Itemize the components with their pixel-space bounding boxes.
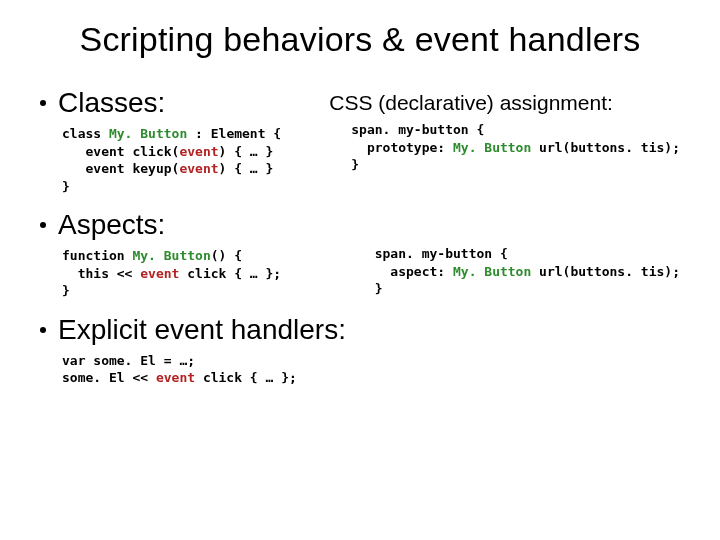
bullet-dot-icon — [40, 222, 46, 228]
col-right-classes: CSS (declarative) assignment: span. my-b… — [329, 87, 680, 174]
col-right-aspects: span. my-button { aspect: My. Button url… — [353, 209, 680, 298]
code-css-classes: span. my-button { prototype: My. Button … — [351, 121, 680, 174]
col-left-classes: Classes: class My. Button : Element { ev… — [40, 87, 309, 195]
bullet-dot-icon — [40, 100, 46, 106]
bullet-dot-icon — [40, 327, 46, 333]
bullet-explicit: Explicit event handlers: — [40, 314, 680, 346]
code-css-aspects: span. my-button { aspect: My. Button url… — [375, 245, 680, 298]
col-left-aspects: Aspects: function My. Button() { this <<… — [40, 209, 333, 300]
row-explicit: Explicit event handlers: var some. El = … — [40, 314, 680, 387]
bullet-text-classes: Classes: — [58, 87, 165, 119]
css-sublabel: CSS (declarative) assignment: — [329, 91, 680, 115]
code-classes: class My. Button : Element { event click… — [62, 125, 309, 195]
code-aspects: function My. Button() { this << event cl… — [62, 247, 333, 300]
row-classes: Classes: class My. Button : Element { ev… — [40, 87, 680, 195]
bullet-text-explicit: Explicit event handlers: — [58, 314, 346, 346]
bullet-classes: Classes: — [40, 87, 309, 119]
slide: Scripting behaviors & event handlers Cla… — [0, 0, 720, 540]
code-explicit: var some. El = …; some. El << event clic… — [62, 352, 680, 387]
slide-title: Scripting behaviors & event handlers — [40, 20, 680, 59]
row-aspects: Aspects: function My. Button() { this <<… — [40, 209, 680, 300]
bullet-text-aspects: Aspects: — [58, 209, 165, 241]
bullet-aspects: Aspects: — [40, 209, 333, 241]
